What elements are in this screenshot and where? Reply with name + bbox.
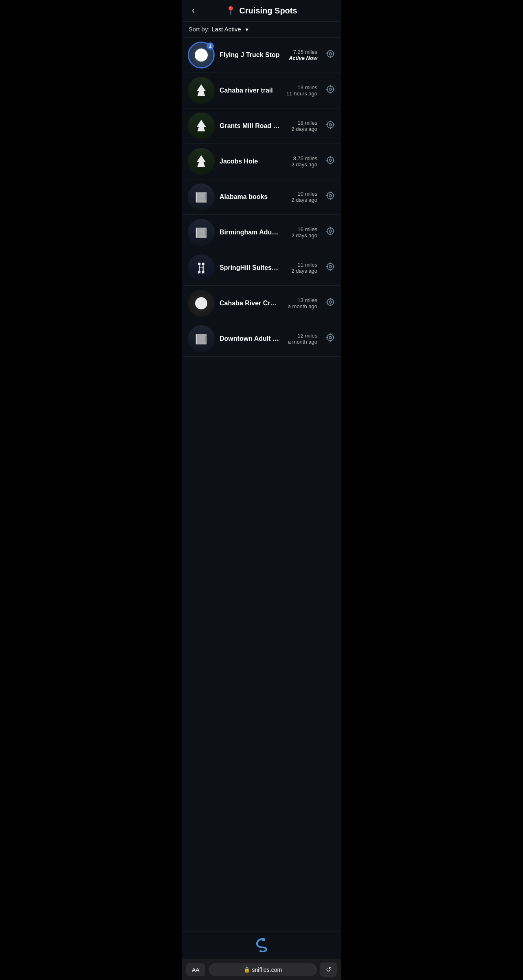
target-icon[interactable]: [325, 155, 335, 168]
spot-meta: 16 miles2 days ago: [285, 226, 317, 238]
svg-point-42: [200, 229, 204, 232]
spots-list: 1Flying J Truck Stop7.25 milesActive Now…: [182, 38, 341, 931]
spot-meta: 18 miles2 days ago: [285, 120, 317, 132]
svg-point-14: [327, 121, 334, 128]
list-item[interactable]: Alabama books10 miles2 days ago: [182, 179, 341, 215]
font-size-button[interactable]: AA: [186, 963, 205, 976]
spot-info: Birmingham Adult Books: [220, 229, 280, 236]
target-icon[interactable]: [325, 333, 335, 345]
svg-point-61: [329, 265, 332, 268]
spot-info: Cahaba river trail: [220, 87, 280, 94]
svg-point-67: [329, 301, 332, 303]
spot-meta: 8.75 miles2 days ago: [285, 155, 317, 168]
pin-icon: 📍: [226, 6, 236, 15]
sort-bar: Sort by: Last Active ▼: [182, 22, 341, 38]
svg-point-79: [329, 336, 332, 339]
spot-time: a month ago: [288, 339, 317, 345]
svg-point-60: [327, 263, 334, 270]
spot-time: 2 days ago: [291, 232, 317, 238]
svg-point-0: [327, 51, 334, 57]
svg-marker-6: [197, 84, 206, 96]
svg-point-34: [329, 194, 332, 197]
svg-point-21: [327, 157, 334, 163]
spot-info: Grants Mill Road -Cahaba Riv.: [220, 122, 280, 130]
reload-button[interactable]: ↺: [320, 962, 337, 977]
svg-marker-20: [197, 155, 206, 167]
target-icon[interactable]: [325, 120, 335, 132]
avatar: [188, 113, 215, 139]
spot-time: 11 hours ago: [286, 90, 317, 97]
spot-distance: 18 miles: [298, 120, 317, 126]
spot-distance: 13 miles: [298, 297, 317, 303]
list-item[interactable]: Birmingham Adult Books16 miles2 days ago: [182, 215, 341, 250]
target-icon[interactable]: [325, 262, 335, 274]
spot-info: Downtown Adult Books (Pari...: [220, 335, 280, 342]
spot-meta: 12 milesa month ago: [285, 333, 317, 345]
sort-label: Sort by:: [189, 26, 210, 33]
list-item[interactable]: Cahaba river trail13 miles11 hours ago: [182, 73, 341, 108]
svg-rect-27: [196, 192, 198, 203]
svg-rect-44: [205, 232, 207, 232]
svg-point-45: [327, 228, 334, 234]
svg-rect-32: [205, 196, 207, 197]
header: ‹ 📍 Cruising Spots: [182, 0, 341, 22]
url-bar[interactable]: 🔒 sniffies.com: [209, 963, 317, 976]
spot-info: Alabama books: [220, 193, 280, 201]
page-title: Cruising Spots: [239, 6, 297, 15]
spot-distance: 10 miles: [298, 191, 317, 197]
avatar-wrapper: 1: [188, 42, 215, 68]
spot-info: Flying J Truck Stop: [220, 51, 280, 59]
svg-rect-39: [196, 228, 198, 238]
target-icon[interactable]: [325, 84, 335, 97]
spot-time: 2 days ago: [291, 197, 317, 203]
list-item[interactable]: Cahaba River Cruise Spot13 milesa month …: [182, 286, 341, 321]
target-icon[interactable]: [325, 226, 335, 238]
spot-name: Downtown Adult Books (Pari...: [220, 335, 280, 342]
sort-arrow-icon[interactable]: ▼: [244, 27, 249, 33]
sort-value[interactable]: Last Active: [211, 26, 241, 33]
svg-point-84: [262, 938, 265, 941]
spot-time: 2 days ago: [291, 126, 317, 132]
svg-point-66: [327, 299, 334, 305]
back-button[interactable]: ‹: [189, 4, 198, 18]
target-icon[interactable]: [325, 49, 335, 61]
avatar: [188, 325, 215, 352]
spot-name: Grants Mill Road -Cahaba Riv.: [220, 122, 280, 130]
list-item[interactable]: Grants Mill Road -Cahaba Riv.18 miles2 d…: [182, 108, 341, 144]
spot-name: Flying J Truck Stop: [220, 51, 280, 59]
spot-name: SpringHill Suites Bathroom: [220, 264, 280, 271]
spot-name: Alabama books: [220, 193, 280, 201]
svg-marker-13: [197, 120, 206, 132]
svg-point-51: [198, 263, 201, 265]
spot-name: Cahaba River Cruise Spot: [220, 300, 280, 307]
spot-time: 2 days ago: [291, 161, 317, 168]
target-icon[interactable]: [325, 191, 335, 203]
avatar-badge: 1: [207, 42, 214, 50]
avatar-wrapper: [188, 325, 215, 352]
svg-point-7: [327, 86, 334, 93]
header-title-wrapper: 📍 Cruising Spots: [226, 6, 297, 15]
list-item[interactable]: Jacobs Hole8.75 miles2 days ago: [182, 144, 341, 179]
svg-point-75: [200, 335, 204, 339]
spot-distance: 7.25 miles: [293, 49, 317, 55]
sniffies-logo: [251, 937, 272, 954]
spot-distance: 16 miles: [298, 226, 317, 232]
list-item[interactable]: SpringHill Suites Bathroom11 miles2 days…: [182, 250, 341, 286]
spot-time: 2 days ago: [291, 268, 317, 274]
spot-distance: 12 miles: [298, 333, 317, 339]
list-item[interactable]: 1Flying J Truck Stop7.25 milesActive Now: [182, 38, 341, 73]
target-icon[interactable]: [325, 297, 335, 309]
avatar-wrapper: [188, 290, 215, 317]
avatar: [188, 183, 215, 210]
list-item[interactable]: Downtown Adult Books (Pari...12 milesa m…: [182, 321, 341, 357]
browser-bar: AA 🔒 sniffies.com ↺: [182, 959, 341, 980]
spot-meta: 10 miles2 days ago: [285, 191, 317, 203]
svg-rect-77: [205, 338, 207, 339]
spot-distance: 8.75 miles: [293, 155, 317, 161]
spot-time: a month ago: [288, 303, 317, 309]
avatar-wrapper: [188, 183, 215, 210]
lock-icon: 🔒: [244, 967, 250, 973]
svg-point-1: [329, 53, 332, 55]
spot-meta: 11 miles2 days ago: [285, 262, 317, 274]
svg-point-78: [327, 334, 334, 341]
